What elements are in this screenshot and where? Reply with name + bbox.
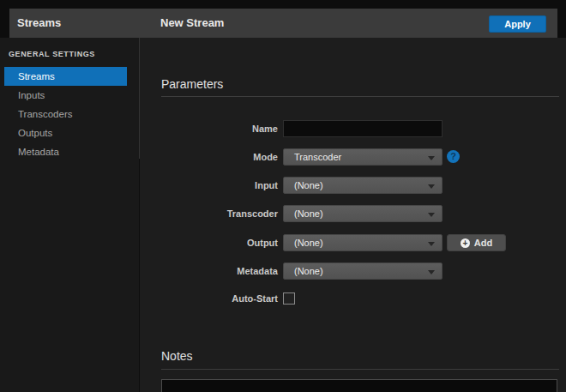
- auto-start-label: Auto-Start: [166, 290, 278, 307]
- apply-button[interactable]: Apply: [489, 15, 546, 33]
- input-dropdown[interactable]: (None): [283, 177, 443, 194]
- output-dropdown-value: (None): [284, 238, 323, 248]
- sidebar: GENERAL SETTINGS Streams Inputs Transcod…: [0, 38, 139, 392]
- sidebar-item-inputs[interactable]: Inputs: [0, 86, 139, 105]
- sidebar-section-label: GENERAL SETTINGS: [9, 50, 95, 58]
- mode-dropdown[interactable]: Transcoder: [283, 148, 443, 166]
- header-section-title: Streams: [17, 9, 61, 38]
- plus-circle-icon: +: [461, 238, 470, 248]
- chevron-down-icon: [428, 270, 435, 274]
- input-label: Input: [166, 177, 278, 194]
- transcoder-label: Transcoder: [166, 205, 278, 222]
- metadata-label: Metadata: [166, 262, 278, 280]
- notes-textarea[interactable]: [161, 379, 557, 392]
- sidebar-item-metadata[interactable]: Metadata: [0, 142, 139, 161]
- chevron-down-icon: [428, 156, 435, 160]
- input-dropdown-value: (None): [284, 180, 323, 190]
- output-dropdown[interactable]: (None): [283, 234, 443, 251]
- notes-heading: Notes: [161, 349, 193, 363]
- name-label: Name: [166, 120, 278, 137]
- sidebar-nav: Streams Inputs Transcoders Outputs Metad…: [0, 67, 139, 161]
- sidebar-item-streams[interactable]: Streams: [4, 67, 127, 86]
- output-label: Output: [166, 234, 278, 251]
- mode-label: Mode: [166, 148, 278, 166]
- sidebar-item-transcoders[interactable]: Transcoders: [0, 105, 139, 124]
- chevron-down-icon: [428, 242, 435, 246]
- metadata-dropdown[interactable]: (None): [283, 262, 443, 280]
- transcoder-dropdown-value: (None): [284, 208, 323, 219]
- transcoder-dropdown[interactable]: (None): [283, 205, 443, 222]
- chevron-down-icon: [428, 213, 435, 217]
- help-icon[interactable]: ?: [447, 150, 460, 163]
- header-bar: Streams New Stream Apply: [9, 9, 557, 38]
- name-input[interactable]: [283, 120, 443, 137]
- mode-dropdown-value: Transcoder: [284, 152, 341, 162]
- auto-start-checkbox[interactable]: [283, 292, 295, 305]
- metadata-dropdown-value: (None): [284, 266, 323, 276]
- chevron-down-icon: [428, 184, 435, 189]
- add-button-label: Add: [474, 238, 492, 248]
- notes-rule: [161, 369, 559, 370]
- add-output-button[interactable]: + Add: [447, 234, 506, 251]
- parameters-rule: [161, 96, 559, 97]
- page-title: New Stream: [160, 9, 224, 38]
- sidebar-divider: [139, 38, 140, 159]
- sidebar-item-outputs[interactable]: Outputs: [0, 124, 139, 142]
- parameters-heading: Parameters: [161, 77, 223, 91]
